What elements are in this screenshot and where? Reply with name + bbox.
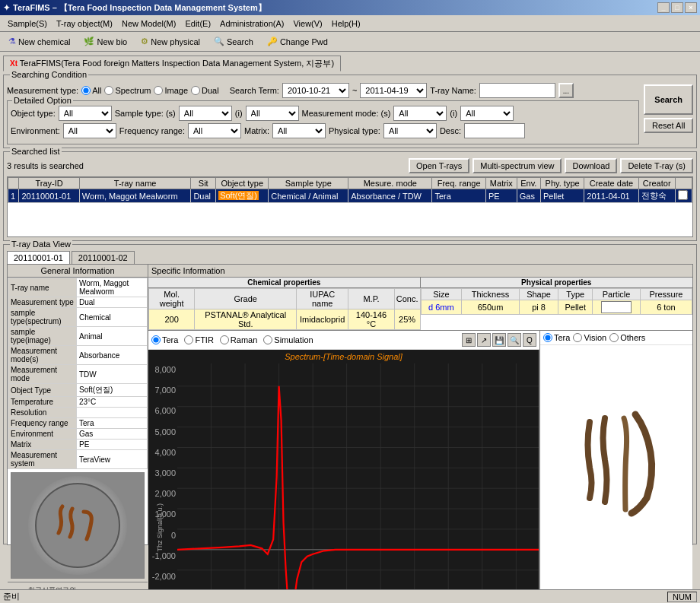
start-date-select[interactable]: 2010-10-21 <box>282 83 349 98</box>
download-button[interactable]: Download <box>565 158 617 173</box>
desc-label: Desc: <box>440 126 461 135</box>
radio-spectrum[interactable] <box>104 86 113 95</box>
xray-radio-tera[interactable] <box>543 333 552 342</box>
measurement-mode-i-select[interactable]: All <box>460 106 514 121</box>
radio-raman[interactable] <box>220 335 229 344</box>
cell-sample-type: Chemical / Animal <box>269 189 348 203</box>
sample-type-s-label: Sample type: (s) <box>115 109 176 118</box>
browse-button[interactable]: ... <box>558 83 574 98</box>
export-icon-btn[interactable]: ↗ <box>477 333 491 347</box>
cell-check[interactable] <box>675 189 692 203</box>
radio-all[interactable] <box>81 86 91 95</box>
sample-type-i-select[interactable]: All <box>246 106 299 121</box>
info-row: sample type(image)Animal <box>8 327 148 346</box>
change-pwd-button[interactable]: 🔑 Change Pwd <box>262 34 333 49</box>
radio-image-label: Image <box>154 86 188 95</box>
col-tray-id: Tray-ID <box>19 178 79 189</box>
new-bio-button[interactable]: 🌿 New bio <box>78 34 132 49</box>
physical-type-label: Physical type: <box>329 126 380 135</box>
matrix-select[interactable]: All <box>272 123 326 138</box>
sample-type-i-label: (i) <box>235 109 243 118</box>
save-icon-btn[interactable]: 💾 <box>492 333 506 347</box>
search-icon-btn[interactable]: Q <box>523 333 536 347</box>
detail-option-label: Detailed Option <box>12 96 73 105</box>
cell-sit: Dual <box>191 189 216 203</box>
minimize-button[interactable]: _ <box>657 2 670 13</box>
tray-tabs: 20110001-01 20110001-02 <box>7 251 693 264</box>
menu-new-model[interactable]: New Model(M) <box>117 17 181 30</box>
xray-area: Tera Vision Others <box>540 331 692 592</box>
new-chemical-button[interactable]: ⚗ New chemical <box>3 34 75 49</box>
chart-title: Spectrum-[Time-domain Signal] <box>148 350 539 363</box>
environment-select[interactable]: All <box>63 123 116 138</box>
col-matrix: Matrix <box>485 178 517 189</box>
grid-icon-btn[interactable]: ⊞ <box>462 333 476 347</box>
frequency-range-select[interactable]: All <box>188 123 241 138</box>
menu-administration[interactable]: Administration(A) <box>215 17 288 30</box>
sample-type-s-select[interactable]: All <box>179 106 232 121</box>
measurement-mode-s-select[interactable]: All <box>393 106 447 121</box>
tray-name-input[interactable] <box>479 83 555 98</box>
end-date-select[interactable]: 2011-04-19 <box>360 83 427 98</box>
menu-view[interactable]: View(V) <box>288 17 326 30</box>
tray-name-label: T-ray Name: <box>430 86 476 95</box>
search-toolbar-icon: 🔍 <box>214 36 224 46</box>
menu-tray-object[interactable]: T-ray object(M) <box>52 17 117 30</box>
radio-tera[interactable] <box>151 335 161 344</box>
list-toolbar: 3 results is searched Open T-rays Multi-… <box>7 158 693 173</box>
delete-tray-button[interactable]: Delete T-ray (s) <box>620 158 693 173</box>
svg-rect-35 <box>544 384 689 567</box>
sample-image <box>11 472 145 579</box>
cell-phy-type: Pellet <box>540 189 584 203</box>
reset-all-button[interactable]: Reset All <box>644 118 693 133</box>
radio-simulation[interactable] <box>263 335 272 344</box>
tray-tab-0[interactable]: 20110001-01 <box>7 251 70 264</box>
menu-help[interactable]: Help(H) <box>327 17 365 30</box>
radio-dual[interactable] <box>191 86 200 95</box>
spectrum-toolbar-icons: ⊞ ↗ 💾 🔍 Q <box>462 333 536 347</box>
new-physical-button[interactable]: ⚙ New physical <box>135 34 205 49</box>
radio-ftir[interactable] <box>184 335 193 344</box>
main-tab[interactable]: Xt TeraFFIMS(Tera Food foreign Matters I… <box>3 56 341 71</box>
y-axis-label: Thz Signal(a.u.) <box>156 503 164 552</box>
col-phy-type: Phy. type <box>540 178 584 189</box>
menu-edit[interactable]: Edit(E) <box>180 17 215 30</box>
tray-content: General Information T-ray nameWorm, Magg… <box>7 264 693 545</box>
table-row[interactable]: 1 20110001-01 Worm, Maggot Mealworm Dual… <box>8 189 692 203</box>
col-object-type: Object type <box>216 178 269 189</box>
physical-properties: Physical properties Size Thickness Shape… <box>421 278 693 330</box>
particle-input[interactable] <box>601 301 632 313</box>
zoom-icon-btn[interactable]: 🔍 <box>508 333 521 347</box>
row-checkbox[interactable] <box>678 190 688 200</box>
chemical-properties: Chemical properties Mol. weight Grade IU… <box>148 278 421 330</box>
right-panel: Specific Information Chemical properties… <box>148 265 692 544</box>
app-icon: ✦ <box>3 3 10 13</box>
radio-image[interactable] <box>154 86 163 95</box>
window-title: TeraFIMS – 【Tera Food Inspection Data Ma… <box>13 2 266 14</box>
close-button[interactable]: × <box>685 2 697 13</box>
search-button[interactable]: Search <box>644 84 693 115</box>
menu-sample[interactable]: Sample(S) <box>3 17 52 30</box>
multi-spectrum-button[interactable]: Multi-spectrum view <box>473 158 562 173</box>
radio-tera-label: Tera <box>151 335 178 344</box>
object-type-select[interactable]: All <box>59 106 112 121</box>
maximize-button[interactable]: □ <box>671 2 683 13</box>
title-bar-buttons: _ □ × <box>657 2 697 13</box>
spectrum-image-area: Tera FTIR Raman <box>148 331 692 592</box>
cell-matrix: PE <box>485 189 517 203</box>
xray-radio-vision[interactable] <box>573 333 582 342</box>
desc-input[interactable] <box>464 123 525 138</box>
chem-row: 200 PSTANAL® Analytical Std. Imidaclopri… <box>149 309 421 330</box>
tray-data-view-groupbox: T-ray Data View 20110001-01 20110001-02 … <box>3 244 697 544</box>
flask-icon: ⚗ <box>8 36 16 46</box>
status-bar: 준비 NUM <box>0 589 700 603</box>
col-freq-range: Freq. range <box>432 178 486 189</box>
info-row: Temperature23°C <box>8 397 148 408</box>
physical-type-select[interactable]: All <box>383 123 437 138</box>
search-toolbar-button[interactable]: 🔍 Search <box>208 34 259 49</box>
radio-ftir-label: FTIR <box>184 335 213 344</box>
xray-radio-others[interactable] <box>609 333 619 342</box>
x-tab-icon: Xt <box>10 59 20 68</box>
open-trays-button[interactable]: Open T-rays <box>409 158 469 173</box>
tray-tab-1[interactable]: 20110001-02 <box>72 251 135 264</box>
